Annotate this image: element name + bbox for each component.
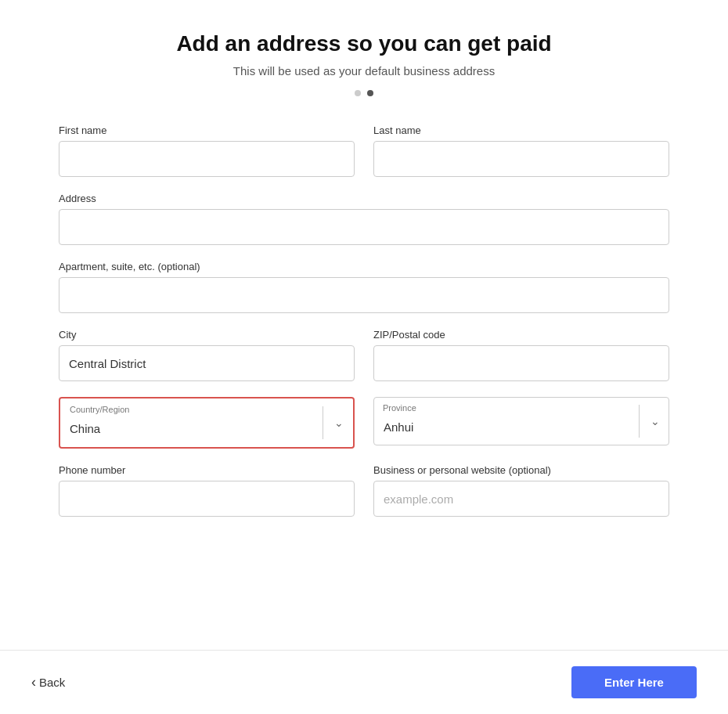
- last-name-input[interactable]: [373, 141, 669, 177]
- first-name-group: First name: [59, 124, 355, 177]
- progress-dots: [355, 90, 373, 96]
- dot-2: [367, 90, 373, 96]
- website-label: Business or personal website (optional): [373, 464, 669, 476]
- zip-input[interactable]: [373, 345, 669, 381]
- province-select-wrapper: Province Anhui Beijing Shanghai ⌄: [373, 397, 669, 445]
- apartment-row: Apartment, suite, etc. (optional): [59, 261, 669, 313]
- country-group: Country/Region China United States Unite…: [59, 397, 355, 449]
- first-name-label: First name: [59, 124, 355, 136]
- last-name-label: Last name: [373, 124, 669, 136]
- country-select-wrapper: Country/Region China United States Unite…: [60, 398, 353, 447]
- back-label: Back: [39, 676, 65, 689]
- first-name-input[interactable]: [59, 141, 355, 177]
- enter-label: Enter Here: [604, 676, 664, 689]
- city-label: City: [59, 329, 355, 341]
- enter-button[interactable]: Enter Here: [571, 666, 697, 698]
- name-row: First name Last name: [59, 124, 669, 177]
- country-select[interactable]: China United States United Kingdom: [60, 398, 353, 447]
- zip-label: ZIP/Postal code: [373, 329, 669, 341]
- address-group: Address: [59, 193, 669, 245]
- address-form: First name Last name Address Apartment, …: [59, 124, 669, 532]
- back-button[interactable]: Back: [31, 674, 65, 691]
- country-region-highlighted: Country/Region China United States Unite…: [59, 397, 355, 449]
- footer-bar: Back Enter Here: [0, 650, 728, 714]
- dot-1: [355, 90, 361, 96]
- address-row: Address: [59, 193, 669, 245]
- zip-group: ZIP/Postal code: [373, 329, 669, 381]
- apartment-label: Apartment, suite, etc. (optional): [59, 261, 669, 272]
- address-label: Address: [59, 193, 669, 204]
- phone-input[interactable]: [59, 481, 355, 517]
- address-input[interactable]: [59, 209, 669, 245]
- last-name-group: Last name: [373, 124, 669, 177]
- apartment-group: Apartment, suite, etc. (optional): [59, 261, 669, 313]
- website-input[interactable]: [373, 481, 669, 517]
- website-group: Business or personal website (optional): [373, 464, 669, 517]
- province-select[interactable]: Anhui Beijing Shanghai: [373, 397, 669, 445]
- phone-website-row: Phone number Business or personal websit…: [59, 464, 669, 517]
- country-province-row: Country/Region China United States Unite…: [59, 397, 669, 449]
- city-input[interactable]: [59, 345, 355, 381]
- city-zip-row: City ZIP/Postal code: [59, 329, 669, 381]
- apartment-input[interactable]: [59, 277, 669, 313]
- page-title: Add an address so you can get paid: [176, 31, 551, 56]
- page-subtitle: This will be used as your default busine…: [233, 64, 495, 78]
- city-group: City: [59, 329, 355, 381]
- phone-label: Phone number: [59, 464, 355, 476]
- province-group: Province Anhui Beijing Shanghai ⌄: [373, 397, 669, 449]
- phone-group: Phone number: [59, 464, 355, 517]
